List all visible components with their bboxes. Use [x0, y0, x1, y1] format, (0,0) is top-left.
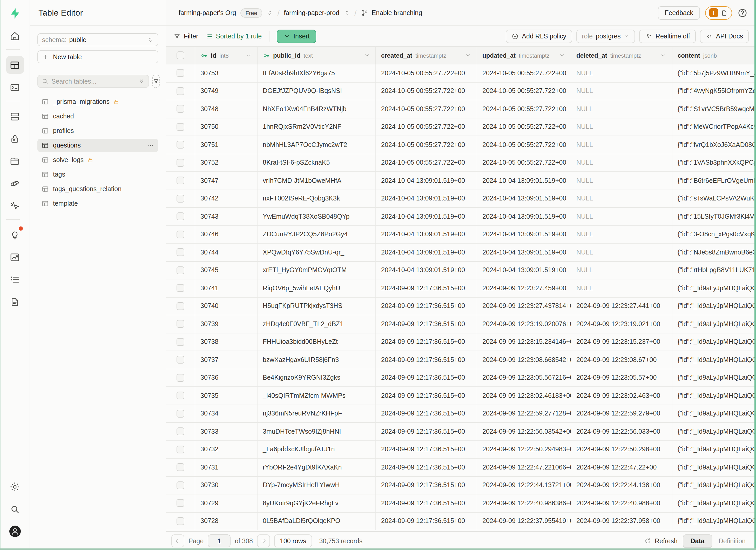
column-header-id[interactable]: idint8 — [195, 47, 258, 64]
cell-updated_at[interactable]: 2024-09-09 12:23:08.668542+00 — [477, 351, 571, 368]
rail-item-auth[interactable] — [6, 130, 24, 147]
sort-button[interactable]: Sorted by 1 rule — [206, 32, 262, 40]
row-checkbox[interactable] — [177, 195, 184, 203]
row-checkbox[interactable] — [177, 481, 184, 489]
cell-content[interactable]: {"id":"5b7j5Pz9WHBNmY_A — [672, 64, 756, 82]
cell-deleted_at[interactable]: NULL — [571, 154, 672, 171]
cell-updated_at[interactable]: 2024-09-09 12:23:02.46183+00 — [477, 387, 571, 404]
row-checkbox[interactable] — [177, 87, 184, 95]
row-checkbox[interactable] — [177, 177, 184, 185]
cell-id[interactable]: 30753 — [195, 64, 258, 82]
cell-id[interactable]: 30750 — [195, 118, 258, 136]
cell-id[interactable]: 30730 — [195, 477, 258, 494]
cell-id[interactable]: 30746 — [195, 226, 258, 243]
cell-public_id[interactable]: rYbORF2e4YgDt9fKAXaKn — [258, 459, 376, 476]
cell-created_at[interactable]: 2024-09-09 12:17:36.515+00 — [376, 423, 477, 440]
cell-deleted_at[interactable]: NULL — [571, 190, 672, 207]
cell-updated_at[interactable]: 2024-10-04 13:09:01.519+00 — [477, 261, 571, 279]
cell-id[interactable]: 30752 — [195, 154, 258, 171]
sidebar-table-questions[interactable]: questions — [37, 139, 158, 152]
cell-content[interactable]: {"id":"_Id9aLyJpMHQLaiQC — [672, 369, 756, 386]
org-selector-icon[interactable] — [267, 9, 273, 16]
cell-created_at[interactable]: 2024-10-05 00:55:27.722+00 — [376, 136, 477, 153]
cell-content[interactable]: {"id":"_Id9aLyJpMHQLaiQC — [672, 512, 756, 530]
cell-public_id[interactable]: Be4KignzoK9YRGNI3Zgks — [258, 369, 376, 386]
cell-content[interactable]: {"id":"_Id9aLyJpMHQLaiQC — [672, 405, 756, 422]
rail-item-docs[interactable] — [6, 293, 24, 311]
rail-item-reports[interactable] — [6, 248, 24, 266]
cell-content[interactable]: {"id":"fvrQ1bXoJ6XaAD08G — [672, 136, 756, 153]
cell-deleted_at[interactable]: 2024-09-09 12:23:05.57+00 — [571, 369, 672, 386]
cell-id[interactable]: 30740 — [195, 297, 258, 315]
cell-created_at[interactable]: 2024-09-09 12:17:36.515+00 — [376, 441, 477, 458]
cell-public_id[interactable]: H5uqFKpRUTPkjxdysT3HS — [258, 297, 376, 315]
org-name[interactable]: farming-paper's Org — [179, 9, 236, 16]
cell-public_id[interactable]: 8KraI-tSI-6-pSZcknaK5 — [258, 154, 376, 171]
row-checkbox[interactable] — [177, 69, 184, 77]
column-header-deleted_at[interactable]: deleted_attimestamptz — [571, 47, 672, 64]
cell-created_at[interactable]: 2024-10-04 13:09:01.519+00 — [376, 226, 477, 243]
rail-item-search[interactable] — [6, 500, 24, 518]
cell-public_id[interactable]: YwEmuWdqT38XoSB048QYp — [258, 208, 376, 225]
cell-content[interactable]: {"id":"_Id9aLyJpMHQLaiQC — [672, 441, 756, 458]
row-checkbox[interactable] — [177, 517, 184, 525]
cell-content[interactable]: {"id":"_Id9aLyJpMHQLaiQC — [672, 297, 756, 315]
row-checkbox[interactable] — [177, 464, 184, 471]
cell-updated_at[interactable]: 2024-09-09 12:23:27.437814+00 — [477, 297, 571, 315]
cell-updated_at[interactable]: 2024-09-09 12:22:44.13721+00 — [477, 477, 571, 494]
realtime-toggle-button[interactable]: Realtime off — [639, 29, 696, 43]
column-menu-icon[interactable] — [559, 52, 565, 59]
tab-data[interactable]: Data — [683, 534, 712, 548]
row-checkbox[interactable] — [177, 302, 184, 310]
cell-deleted_at[interactable]: NULL — [571, 172, 672, 189]
cell-id[interactable]: 30728 — [195, 512, 258, 530]
cell-updated_at[interactable]: 2024-09-09 12:22:56.03542+00 — [477, 423, 571, 440]
cell-public_id[interactable]: 3muDHTceTWso9IZj8hHNI — [258, 423, 376, 440]
page-number-input[interactable] — [208, 534, 231, 547]
row-checkbox[interactable] — [177, 499, 184, 507]
refresh-button[interactable]: Refresh — [644, 537, 678, 545]
cell-id[interactable]: 30739 — [195, 315, 258, 333]
column-menu-icon[interactable] — [660, 52, 667, 59]
cell-content[interactable]: {"id":"_Id9aLyJpMHQLaiQC — [672, 351, 756, 368]
sidebar-table-tags[interactable]: tags — [37, 168, 158, 181]
row-checkbox[interactable] — [177, 249, 184, 256]
cell-created_at[interactable]: 2024-09-09 12:17:36.515+00 — [376, 297, 477, 315]
add-rls-policy-button[interactable]: Add RLS policy — [506, 29, 572, 43]
cell-public_id[interactable]: xrETl_HyGY0mPMGVqtOTM — [258, 261, 376, 279]
project-selector-icon[interactable] — [343, 9, 350, 16]
row-checkbox[interactable] — [177, 213, 184, 220]
sidebar-table-profiles[interactable]: profiles — [37, 124, 158, 138]
rail-item-realtime[interactable] — [6, 197, 24, 214]
enable-branching-button[interactable]: Enable branching — [361, 9, 422, 17]
chevrons-down-icon[interactable] — [138, 78, 145, 85]
cell-created_at[interactable]: 2024-09-09 12:17:36.515+00 — [376, 369, 477, 386]
row-checkbox[interactable] — [177, 141, 184, 149]
cell-created_at[interactable]: 2024-10-05 00:55:27.722+00 — [376, 100, 477, 118]
row-checkbox[interactable] — [177, 338, 184, 346]
next-page-button[interactable] — [257, 534, 270, 547]
row-checkbox[interactable] — [177, 320, 184, 328]
column-header-content[interactable]: contentjsonb — [672, 47, 756, 64]
cell-deleted_at[interactable]: 2024-09-09 12:22:59.279+00 — [571, 405, 672, 422]
cell-deleted_at[interactable]: 2024-09-09 12:22:40.988+00 — [571, 494, 672, 512]
cell-updated_at[interactable]: 2024-09-09 12:23:05.567216+00 — [477, 369, 571, 386]
prev-page-button[interactable] — [171, 534, 184, 547]
cell-id[interactable]: 30745 — [195, 261, 258, 279]
api-docs-button[interactable]: API Docs — [700, 29, 749, 43]
cell-public_id[interactable]: zHDq4c0F0VBF_TL2_dBZ1 — [258, 315, 376, 333]
sidebar-table-_prisma_migrations[interactable]: _prisma_migrations — [37, 95, 158, 109]
search-tables-input[interactable] — [48, 78, 138, 85]
sidebar-table-tags_questions_relation[interactable]: tags_questions_relation — [37, 182, 158, 196]
rail-item-avatar[interactable] — [6, 522, 24, 540]
cell-updated_at[interactable]: 2024-10-05 00:55:27.722+00 — [477, 82, 571, 100]
schema-select[interactable]: schema: public — [37, 33, 158, 46]
select-all-checkbox[interactable] — [177, 51, 184, 59]
cell-deleted_at[interactable]: 2024-09-09 12:22:50.298+00 — [571, 441, 672, 458]
cell-created_at[interactable]: 2024-09-09 12:17:36.515+00 — [376, 477, 477, 494]
cell-deleted_at[interactable]: NULL — [571, 118, 672, 136]
sidebar-table-solve_logs[interactable]: solve_logs — [37, 153, 158, 167]
cell-public_id[interactable]: _La6pddxcKJIbgufATJ1n — [258, 441, 376, 458]
rail-item-edge-functions[interactable] — [6, 175, 24, 192]
rail-item-table-editor[interactable] — [6, 56, 24, 74]
